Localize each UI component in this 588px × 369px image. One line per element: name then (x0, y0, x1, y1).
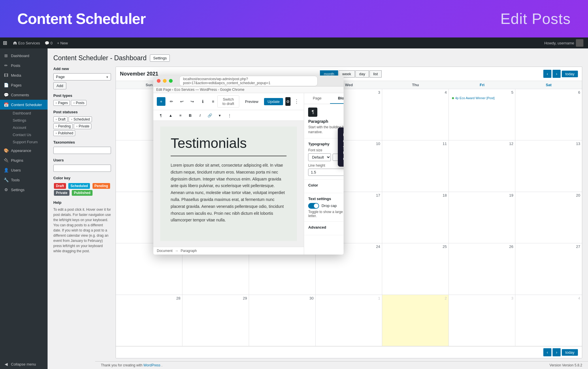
link-button[interactable]: 🔗 (206, 111, 214, 119)
editor-sidebar-tabs: Page Block × (304, 93, 344, 104)
list-view-button[interactable]: ≡ (209, 97, 217, 106)
tag-remove-posts[interactable]: × (73, 101, 75, 105)
line-height-input[interactable] (308, 169, 344, 176)
cal-cell-27[interactable]: 27 (515, 243, 582, 294)
preview-button[interactable]: Preview (242, 98, 262, 105)
tag-pages[interactable]: ×Pages (53, 100, 70, 106)
tag-pending[interactable]: ×Pending (53, 123, 73, 129)
calendar-bottom-next[interactable]: › (553, 348, 561, 356)
bold-button[interactable]: B (186, 111, 194, 119)
cal-cell-12[interactable]: 12 (449, 140, 515, 191)
appearance-icon: 🎨 (3, 148, 9, 153)
cal-cell-4[interactable]: 4 (382, 89, 449, 140)
submenu-account[interactable]: Account (10, 124, 48, 131)
sidebar-item-comments[interactable]: 💬 Comments (0, 90, 48, 100)
tab-page[interactable]: Page (304, 93, 330, 104)
cal-cell-dec4[interactable]: 4 (515, 295, 582, 346)
sidebar-item-appearance[interactable]: 🎨 Appearance (0, 146, 48, 155)
editor-content-area[interactable]: Testimonials Lorem ipsum dolor sit amet,… (160, 127, 297, 241)
cal-cell-20[interactable]: 20 (515, 192, 582, 243)
cal-cell-28[interactable]: 28 (116, 295, 182, 346)
cal-cell-18[interactable]: 18 (382, 192, 449, 243)
calendar-today-button[interactable]: today (562, 71, 578, 77)
submenu-dashboard[interactable]: Dashboard (10, 110, 48, 117)
cal-cell-29[interactable]: 29 (182, 295, 249, 346)
calendar-bottom-today[interactable]: today (562, 349, 578, 356)
move-up-button[interactable]: ▲ (167, 111, 175, 119)
calendar-prev-button[interactable]: ‹ (543, 70, 551, 78)
users-input[interactable] (53, 165, 111, 172)
cal-cell-5[interactable]: 5 4p Eco Award Winner [Post] (449, 89, 515, 140)
calendar-bottom-prev[interactable]: ‹ (543, 348, 551, 356)
cal-cell-19[interactable]: 19 (449, 192, 515, 243)
drop-cap-row: Drop cap (308, 203, 344, 209)
sidebar-item-users[interactable]: 👤 Users (0, 165, 48, 175)
update-button[interactable]: Update (264, 98, 283, 105)
sidebar-item-plugins[interactable]: 🔌 Plugins (0, 155, 48, 165)
sidebar-item-media[interactable]: 🎞 Media (0, 70, 48, 80)
paragraph-button[interactable]: ¶ (157, 111, 165, 119)
cal-cell-11[interactable]: 11 (382, 140, 449, 191)
cal-cell-dec2[interactable]: 2 (382, 295, 449, 346)
cal-cell-13[interactable]: 13 (515, 140, 582, 191)
cal-cell-dec1[interactable]: 1 (316, 295, 382, 346)
more-options-button[interactable]: ⋮ (293, 98, 300, 105)
cal-cell-26[interactable]: 26 (449, 243, 515, 294)
submenu-support-forum[interactable]: Support Forum (10, 138, 48, 146)
add-new-select[interactable]: Page (53, 73, 111, 80)
tools-button[interactable]: ✏ (167, 97, 176, 106)
sidebar-item-posts[interactable]: ✏ Posts (0, 61, 48, 70)
admin-bar-comments[interactable]: 💬 0 (45, 41, 52, 45)
tag-private[interactable]: ×Private (74, 123, 91, 129)
add-block-button[interactable]: + (157, 97, 165, 106)
options-button[interactable]: ⋮ (225, 111, 233, 119)
main-content: Content Scheduler - Dashboard Settings A… (48, 48, 588, 369)
cal-cell-30[interactable]: 30 (249, 295, 316, 346)
cal-cell-25[interactable]: 25 (382, 243, 449, 294)
tag-scheduled[interactable]: ×Scheduled (69, 116, 92, 122)
view-list-button[interactable]: list (370, 70, 382, 78)
popup-maximize-button[interactable] (169, 79, 173, 83)
info-button[interactable]: ℹ (198, 97, 207, 106)
day-sat: Sat (515, 81, 582, 89)
more-formats-button[interactable]: ▾ (216, 111, 224, 119)
tag-published[interactable]: ×Published (53, 130, 75, 136)
popup-close-button[interactable] (157, 79, 161, 83)
font-size-select[interactable]: Default (308, 153, 331, 161)
add-new-label: Add new (53, 67, 111, 71)
sidebar-item-tools[interactable]: 🔧 Tools (0, 175, 48, 185)
align-button[interactable]: ≡ (176, 111, 184, 119)
admin-bar-home[interactable]: Eco Services (13, 41, 40, 45)
sidebar-item-pages[interactable]: 📄 Pages (0, 80, 48, 90)
admin-bar-new[interactable]: + New (57, 41, 68, 45)
switch-to-draft-button[interactable]: Switch to draft (217, 95, 239, 108)
cal-cell-6[interactable]: 6 (515, 89, 582, 140)
tag-posts[interactable]: ×Posts (71, 100, 86, 106)
tab-block[interactable]: Block (330, 93, 344, 104)
settings-button[interactable]: Settings (150, 54, 170, 62)
footer-wordpress-link[interactable]: WordPress (143, 363, 160, 367)
gear-button[interactable]: ⚙ (285, 97, 291, 106)
taxonomies-input[interactable] (53, 147, 111, 154)
tag-remove-pages[interactable]: × (55, 101, 57, 105)
redo-button[interactable]: ↪ (188, 97, 197, 106)
popup-minimize-button[interactable] (163, 79, 167, 83)
italic-button[interactable]: I (196, 111, 204, 119)
undo-button[interactable]: ↩ (178, 97, 186, 106)
sidebar-item-dashboard[interactable]: ⊞ Dashboard (0, 51, 48, 61)
cal-cell-dec3[interactable]: 3 (449, 295, 515, 346)
cal-event-eco-award[interactable]: 4p Eco Award Winner [Post] (451, 96, 513, 100)
sidebar-item-settings[interactable]: ⚙ Settings (0, 185, 48, 195)
submenu-contact-us[interactable]: Contact Us (10, 131, 48, 138)
sidebar-collapse[interactable]: ◀ Collapse menu (0, 359, 48, 369)
wp-logo-icon[interactable]: ⊞ (3, 40, 7, 46)
add-button[interactable]: Add (53, 82, 66, 89)
tag-draft[interactable]: ×Draft (53, 116, 67, 122)
drop-cap-toggle[interactable] (308, 203, 319, 209)
popup-url-bar[interactable]: localhost/ecoservices/wp-admin/post.php?… (179, 76, 318, 86)
calendar-next-button[interactable]: › (553, 70, 561, 78)
view-day-button[interactable]: day (355, 70, 369, 78)
sidebar-item-content-scheduler[interactable]: 📅 Content Scheduler (0, 100, 48, 110)
submenu-settings[interactable]: Settings (10, 117, 48, 124)
popup-title-bar: Edit Page ‹ Eco Services — WordPress - G… (153, 86, 344, 93)
